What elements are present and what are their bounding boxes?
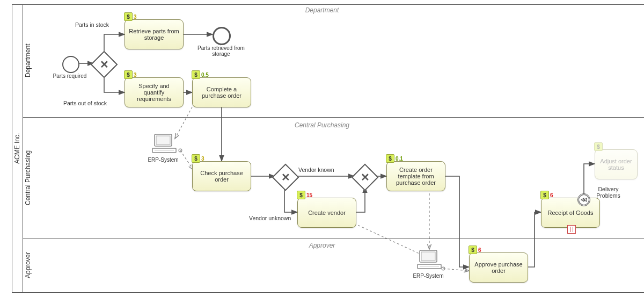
flow-label-vendor-known: Vendor known bbox=[298, 167, 334, 173]
cost-value: 6 bbox=[550, 192, 553, 198]
dollar-icon: $ bbox=[540, 191, 549, 199]
erp-label-1: ERP-System bbox=[144, 157, 182, 163]
lane-name-department: Department bbox=[24, 44, 32, 78]
erp-label-2: ERP-System bbox=[409, 273, 447, 279]
boundary-compensation-event[interactable] bbox=[577, 193, 590, 206]
cost-badge-approve: $6 bbox=[469, 246, 481, 254]
lane-label-central: Central Purchasing bbox=[23, 117, 33, 239]
cost-value: 3 bbox=[201, 156, 204, 162]
cost-value: 3 bbox=[134, 14, 137, 20]
pool-label: ACME Inc. bbox=[12, 4, 23, 292]
dollar-icon: $ bbox=[124, 70, 133, 79]
dollar-icon: $ bbox=[124, 12, 133, 21]
task-approve-purchase-order[interactable]: $6 Approve purchase order bbox=[469, 252, 528, 283]
end-event-parts-retrieved[interactable] bbox=[213, 27, 231, 45]
task-label: Create vendor bbox=[308, 210, 346, 216]
task-check-purchase-order[interactable]: $3 Check purchase order bbox=[192, 161, 251, 191]
lane-name-central: Central Purchasing bbox=[24, 150, 32, 205]
dollar-icon: $ bbox=[192, 154, 200, 163]
task-create-order-template[interactable]: $0.1 Create order template from purchase… bbox=[386, 161, 445, 191]
start-event-label: Parts required bbox=[48, 73, 91, 79]
cost-badge-receipt: $6 bbox=[540, 191, 553, 199]
start-event[interactable] bbox=[62, 56, 79, 73]
task-receipt-of-goods[interactable]: $6 Receipt of Goods bbox=[541, 198, 600, 228]
flow-label-vendor-unknown: Vendor unknown bbox=[249, 215, 291, 221]
dollar-icon: $ bbox=[297, 191, 305, 199]
svg-rect-2 bbox=[156, 136, 170, 145]
bpmn-canvas: ACME Inc. Department Central Purchasing … bbox=[0, 0, 644, 296]
lane-sep-2 bbox=[23, 239, 644, 239]
task-label: Retrieve parts from storage bbox=[128, 28, 180, 41]
dollar-icon: $ bbox=[594, 142, 603, 151]
task-retrieve-parts[interactable]: $3 Retrieve parts from storage bbox=[125, 19, 184, 49]
cost-badge-template: $0.1 bbox=[386, 154, 403, 163]
cost-value: 15 bbox=[306, 192, 312, 198]
lane-header-central: Central Purchasing bbox=[295, 121, 349, 129]
task-label: Approve purchase order bbox=[473, 261, 524, 274]
pool-border-top bbox=[12, 4, 644, 5]
cost-value: 3 bbox=[134, 72, 137, 78]
pool-border-bottom bbox=[12, 292, 644, 293]
gateway-vendor-split[interactable]: ✕ bbox=[272, 164, 299, 191]
lane-name-approver: Approver bbox=[24, 252, 32, 279]
cost-badge-check: $3 bbox=[192, 154, 204, 163]
pool-name: ACME Inc. bbox=[13, 133, 21, 163]
dollar-icon: $ bbox=[469, 246, 477, 254]
svg-rect-6 bbox=[421, 252, 435, 261]
task-adjust-order-status[interactable]: $ Adjust order status bbox=[595, 149, 638, 179]
lane-label-approver: Approver bbox=[23, 239, 33, 292]
sequence-flows bbox=[0, 0, 644, 296]
cost-badge-specify: $3 bbox=[124, 70, 137, 79]
cost-badge-retrieve: $3 bbox=[124, 12, 137, 21]
lane-sep-1 bbox=[23, 117, 644, 118]
task-create-vendor[interactable]: $15 Create vendor bbox=[297, 198, 356, 228]
task-label: Complete a purchase order bbox=[196, 86, 247, 99]
cost-value: 0.5 bbox=[201, 72, 209, 78]
task-label: Receipt of Goods bbox=[548, 210, 594, 216]
lane-header-department: Department bbox=[305, 6, 339, 14]
gateway-vendor-merge[interactable]: ✕ bbox=[352, 164, 379, 191]
flow-label-out-of-stock: Parts out of stock bbox=[63, 100, 107, 106]
compensation-icon bbox=[580, 196, 588, 204]
task-label: Create order template from purchase orde… bbox=[390, 167, 442, 186]
erp-system-icon-2: ERP-System bbox=[416, 249, 442, 273]
task-specify-requirements[interactable]: $3 Specify and quantify requirements bbox=[125, 77, 184, 107]
end-event-label: Parts retrieved from storage bbox=[194, 45, 248, 57]
cost-value: 0.1 bbox=[396, 156, 403, 162]
calendar-marker-icon bbox=[567, 225, 576, 234]
cost-badge-complete: $0.5 bbox=[192, 70, 209, 79]
dollar-icon: $ bbox=[192, 70, 200, 79]
task-label: Adjust order status bbox=[598, 158, 634, 171]
cost-badge-adjust: $ bbox=[594, 142, 604, 151]
erp-system-icon-1: ERP-System bbox=[151, 133, 177, 157]
gateway-stock[interactable]: ✕ bbox=[91, 51, 118, 78]
cost-value: 6 bbox=[478, 247, 481, 253]
task-label: Check purchase order bbox=[196, 170, 247, 183]
dollar-icon: $ bbox=[386, 154, 394, 163]
lane-label-department: Department bbox=[23, 4, 33, 117]
lane-header-approver: Approver bbox=[309, 242, 335, 249]
task-label: Specify and quantify requirements bbox=[128, 83, 180, 102]
cost-badge-create-vendor: $15 bbox=[297, 191, 312, 199]
task-complete-purchase-order[interactable]: $0.5 Complete a purchase order bbox=[192, 77, 251, 107]
flow-label-delivery-problems: Delivery Problems bbox=[594, 186, 623, 199]
flow-label-in-stock: Parts in stock bbox=[75, 21, 109, 28]
